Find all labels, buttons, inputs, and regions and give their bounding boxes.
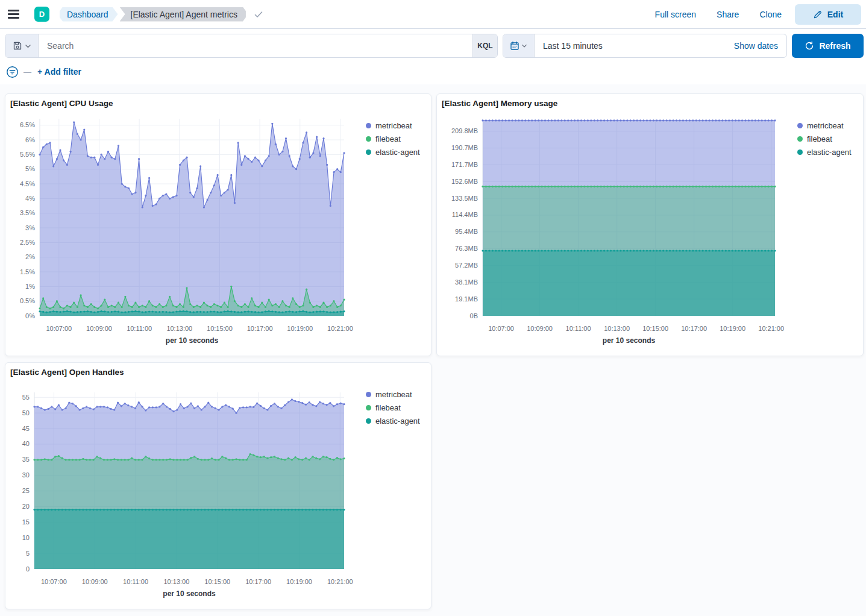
- cpu-usage-area-chart[interactable]: 0%0.5%1%1.5%2%2.5%3%3.5%4%4.5%5%5.5%6%6.…: [10, 110, 363, 351]
- legend-label: filebeat: [807, 134, 832, 143]
- svg-text:55: 55: [22, 394, 30, 401]
- svg-text:10:13:00: 10:13:00: [164, 578, 190, 585]
- refresh-button[interactable]: Refresh: [792, 34, 864, 58]
- svg-text:15: 15: [22, 518, 30, 526]
- svg-text:25: 25: [22, 487, 30, 494]
- full-screen-link[interactable]: Full screen: [648, 10, 703, 19]
- svg-text:171.7MB: 171.7MB: [451, 161, 478, 168]
- svg-text:10:15:00: 10:15:00: [204, 578, 230, 585]
- svg-text:10:11:00: 10:11:00: [127, 325, 152, 332]
- svg-text:76.3MB: 76.3MB: [455, 245, 478, 252]
- top-navigation-bar: D Dashboard [Elastic Agent] Agent metric…: [0, 0, 866, 29]
- open-handles-area-chart[interactable]: 051015202530354045505510:07:0010:09:0010…: [10, 379, 363, 605]
- legend-item[interactable]: filebeat: [366, 401, 420, 414]
- breadcrumb-current-page: [Elastic Agent] Agent metrics: [120, 7, 246, 22]
- svg-text:45: 45: [22, 425, 30, 432]
- space-avatar[interactable]: D: [34, 7, 49, 22]
- svg-text:0%: 0%: [25, 312, 35, 319]
- search-bar: KQL: [5, 34, 498, 58]
- svg-text:10:11:00: 10:11:00: [566, 325, 591, 332]
- svg-text:38.1MB: 38.1MB: [455, 278, 478, 286]
- filter-separator: —: [24, 68, 31, 77]
- kql-syntax-button[interactable]: KQL: [472, 34, 497, 57]
- svg-text:10:09:00: 10:09:00: [527, 325, 553, 332]
- legend-label: filebeat: [375, 403, 401, 412]
- svg-text:10:07:00: 10:07:00: [488, 325, 514, 332]
- legend-dot-icon: [366, 418, 371, 424]
- edit-button-label: Edit: [827, 10, 843, 19]
- svg-text:10:19:00: 10:19:00: [287, 325, 313, 332]
- legend-dot-icon: [366, 136, 371, 142]
- legend-item[interactable]: elastic-agent: [366, 414, 420, 427]
- legend-label: elastic-agent: [375, 416, 420, 426]
- search-input[interactable]: [39, 34, 472, 57]
- legend-item[interactable]: metricbeat: [366, 388, 420, 401]
- svg-text:10:09:00: 10:09:00: [82, 578, 108, 585]
- check-icon: [253, 9, 264, 20]
- refresh-button-label: Refresh: [819, 41, 850, 51]
- chevron-down-icon: [521, 43, 527, 49]
- date-quick-select-button[interactable]: [503, 34, 535, 57]
- svg-text:40: 40: [22, 440, 30, 447]
- legend-label: elastic-agent: [375, 148, 420, 157]
- svg-text:114.4MB: 114.4MB: [452, 211, 478, 218]
- date-picker: Last 15 minutes Show dates: [503, 34, 787, 58]
- panel-title[interactable]: [Elastic Agent] CPU Usage: [10, 99, 426, 108]
- memory-usage-area-chart[interactable]: 0B19.1MB38.1MB57.2MB76.3MB95.4MB114.4MB1…: [442, 110, 795, 351]
- svg-text:5: 5: [26, 550, 30, 557]
- legend-item[interactable]: filebeat: [366, 132, 420, 145]
- legend-dot-icon: [797, 136, 803, 142]
- time-range-value[interactable]: Last 15 minutes: [535, 34, 734, 57]
- panel-title[interactable]: [Elastic Agent] Memory usage: [442, 99, 858, 108]
- legend-dot-icon: [366, 405, 371, 410]
- share-link[interactable]: Share: [709, 10, 746, 19]
- chevron-down-icon: [25, 43, 31, 49]
- svg-text:10:07:00: 10:07:00: [41, 578, 67, 585]
- panel-open-handles: [Elastic Agent] Open Handles 05101520253…: [5, 362, 431, 609]
- svg-text:2%: 2%: [25, 253, 35, 260]
- legend-item[interactable]: elastic-agent: [797, 145, 852, 159]
- filter-row: — + Add filter: [0, 63, 866, 81]
- breadcrumb-dashboard[interactable]: Dashboard: [60, 7, 118, 22]
- add-filter-button[interactable]: + Add filter: [37, 67, 81, 77]
- svg-text:10:11:00: 10:11:00: [123, 578, 148, 585]
- panel-title[interactable]: [Elastic Agent] Open Handles: [10, 368, 426, 377]
- saved-query-menu-button[interactable]: [5, 34, 39, 57]
- svg-text:10:13:00: 10:13:00: [604, 325, 630, 332]
- legend-dot-icon: [366, 123, 371, 128]
- svg-text:1%: 1%: [25, 283, 35, 290]
- svg-text:209.8MB: 209.8MB: [451, 127, 478, 134]
- svg-text:10:17:00: 10:17:00: [681, 325, 707, 332]
- panel-cpu-usage: [Elastic Agent] CPU Usage 0%0.5%1%1.5%2%…: [5, 93, 431, 356]
- legend-item[interactable]: metricbeat: [797, 119, 852, 132]
- svg-text:95.4MB: 95.4MB: [455, 228, 478, 235]
- svg-text:5%: 5%: [25, 165, 35, 172]
- show-dates-button[interactable]: Show dates: [734, 34, 786, 57]
- legend-label: filebeat: [375, 134, 401, 143]
- svg-text:4%: 4%: [25, 195, 35, 202]
- filter-menu-icon[interactable]: [6, 66, 19, 78]
- svg-text:133.5MB: 133.5MB: [451, 195, 478, 202]
- svg-text:10:07:00: 10:07:00: [46, 325, 72, 332]
- chart-legend: metricbeatfilebeatelastic-agent: [795, 110, 852, 159]
- legend-item[interactable]: filebeat: [797, 132, 852, 145]
- legend-item[interactable]: elastic-agent: [366, 145, 420, 159]
- svg-text:30: 30: [22, 471, 30, 479]
- svg-text:0.5%: 0.5%: [20, 297, 35, 304]
- legend-item[interactable]: metricbeat: [366, 119, 420, 132]
- svg-text:2.5%: 2.5%: [20, 239, 35, 246]
- query-controls-row: KQL Last 15 minutes Show dates Refresh: [0, 29, 866, 64]
- svg-text:5.5%: 5.5%: [20, 151, 35, 158]
- legend-label: metricbeat: [807, 121, 844, 130]
- edit-button[interactable]: Edit: [795, 4, 861, 25]
- legend-dot-icon: [797, 149, 803, 155]
- legend-label: metricbeat: [375, 121, 412, 130]
- svg-text:per 10 seconds: per 10 seconds: [163, 589, 216, 598]
- clone-link[interactable]: Clone: [752, 10, 789, 19]
- chart-legend: metricbeatfilebeatelastic-agent: [363, 110, 420, 159]
- svg-text:10:19:00: 10:19:00: [286, 578, 312, 585]
- menu-hamburger-icon[interactable]: [0, 0, 27, 29]
- svg-text:57.2MB: 57.2MB: [455, 262, 478, 269]
- refresh-icon: [805, 41, 814, 51]
- svg-text:10:17:00: 10:17:00: [245, 578, 271, 585]
